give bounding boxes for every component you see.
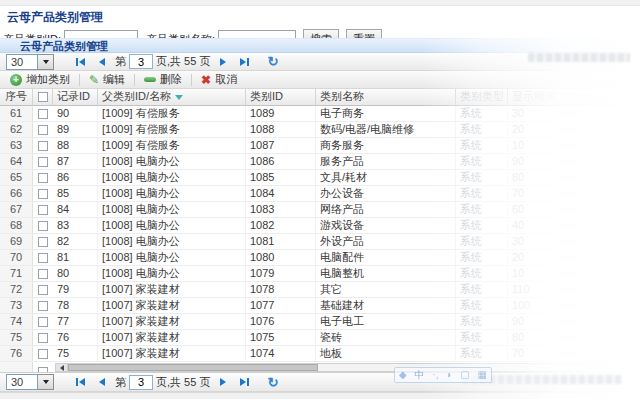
page-size-select[interactable]: 30 [6,54,54,70]
row-checkbox[interactable] [38,237,48,247]
ime-chinese-mode-icon[interactable]: 中 [414,368,424,382]
table-row[interactable]: 6190[1009] 有偿服务1089电子商务系统30 [0,106,640,122]
table-row[interactable]: 7180[1008] 电脑办公1079电脑整机系统10 [0,266,640,282]
table-row[interactable]: 6487[1008] 电脑办公1086服务产品系统90 [0,154,640,170]
row-checkbox-cell[interactable] [33,202,53,217]
table-row[interactable]: 6289[1009] 有偿服务1088数码/电器/电脑维修系统20 [0,122,640,138]
row-checkbox-cell[interactable] [33,122,53,137]
row-checkbox-cell[interactable] [33,234,53,249]
first-page-button[interactable] [75,58,85,66]
row-checkbox[interactable] [38,205,48,215]
parent-category-cell: [1008] 电脑办公 [98,154,246,169]
row-checkbox[interactable] [38,253,48,263]
last-page-button[interactable] [240,58,250,66]
table-row[interactable]: 7576[1007] 家装建材1075瓷砖系统80 [0,330,640,346]
ime-fullwidth-moon-icon[interactable]: ◗ [446,368,452,382]
table-row[interactable]: 6784[1008] 电脑办公1083网络产品系统60 [0,202,640,218]
next-page-button[interactable] [220,378,226,386]
display-order-cell: 20 [508,122,556,137]
grid-body: 6190[1009] 有偿服务1089电子商务系统306289[1009] 有偿… [0,106,640,362]
grid-panel: 云母产品类别管理 30 第 页,共 55 页 ↻ + 增加类别 ✎ [0,38,640,400]
row-checkbox[interactable] [38,301,48,311]
row-checkbox[interactable] [38,189,48,199]
prev-page-button[interactable] [99,378,105,386]
page-size-select-bottom[interactable]: 30 [6,374,54,390]
row-checkbox[interactable] [38,125,48,135]
ime-punctuation-icon[interactable]: ·, [432,368,438,382]
current-page-input[interactable] [129,375,153,390]
row-checkbox[interactable] [38,221,48,231]
current-page-input[interactable] [129,54,153,69]
row-checkbox-cell[interactable] [33,250,53,265]
illegible-faded-text [560,255,576,261]
table-row[interactable]: 6982[1008] 电脑办公1081外设产品系统30 [0,234,640,250]
row-checkbox-cell[interactable] [33,298,53,313]
cancel-button[interactable]: ✖ 取消 [201,72,237,87]
table-row[interactable]: 7279[1007] 家装建材1078其它系统110 [0,282,640,298]
ime-panel-icon[interactable]: ▢ [460,368,469,382]
ime-keyboard-icon[interactable]: ▦ [478,368,487,382]
row-checkbox[interactable] [38,157,48,167]
header-category-type[interactable]: 类别类型 [456,89,508,106]
add-category-button[interactable]: + 增加类别 [10,72,70,87]
scrollbar-thumb[interactable] [68,364,318,371]
row-checkbox-cell[interactable] [33,314,53,329]
last-page-button[interactable] [240,378,250,386]
illegible-faded-text [560,351,576,357]
table-row[interactable]: 7081[1008] 电脑办公1080电脑配件系统20 [0,250,640,266]
ime-toolbar[interactable]: ◆ 中 ·, ◗ ▢ ▦ [394,367,492,383]
prev-page-icon [99,58,105,66]
select-all-checkbox[interactable] [38,92,48,102]
row-checkbox-cell[interactable] [33,106,53,121]
row-checkbox-cell[interactable] [33,138,53,153]
table-row[interactable]: 7378[1007] 家装建材1077基础建材系统100 [0,298,640,314]
row-checkbox[interactable] [38,333,48,343]
ime-logo-icon[interactable]: ◆ [399,368,407,382]
row-checkbox-cell[interactable] [33,218,53,233]
next-page-button[interactable] [220,58,226,66]
table-row[interactable]: 6388[1009] 有偿服务1087商务服务系统10 [0,138,640,154]
row-checkbox-cell[interactable] [33,282,53,297]
header-seq[interactable]: 序号 [0,89,33,106]
table-row[interactable]: 7477[1007] 家装建材1076电子电工系统90 [0,314,640,330]
scroll-left-button[interactable] [56,364,68,371]
row-checkbox[interactable] [38,173,48,183]
display-order-cell: 60 [508,202,556,217]
prev-page-button[interactable] [99,58,105,66]
header-category-id[interactable]: 类别ID [246,89,316,106]
row-checkbox-cell[interactable] [33,170,53,185]
row-checkbox-cell[interactable] [33,346,53,361]
row-checkbox[interactable] [38,269,48,279]
delete-button[interactable]: 删除 [144,72,182,87]
category-id-cell: 1078 [246,282,316,297]
row-checkbox[interactable] [38,109,48,119]
illegible-faded-text [560,127,576,133]
header-category-name[interactable]: 类别名称 [316,89,456,106]
category-id-cell: 1080 [246,250,316,265]
table-row[interactable]: 6586[1008] 电脑办公1085文具/耗材系统80 [0,170,640,186]
row-checkbox-cell[interactable] [33,330,53,345]
header-record-id[interactable]: 记录ID [53,89,98,106]
edit-button[interactable]: ✎ 编辑 [89,72,125,87]
row-checkbox-cell[interactable] [33,266,53,281]
row-checkbox-cell[interactable] [33,154,53,169]
refresh-icon[interactable]: ↻ [267,376,278,389]
combo-dropdown-button[interactable] [38,54,54,70]
table-row[interactable]: 6685[1008] 电脑办公1084办公设备系统70 [0,186,640,202]
combo-dropdown-button[interactable] [38,374,54,390]
first-page-button[interactable] [75,378,85,386]
refresh-icon[interactable]: ↻ [267,55,278,68]
category-name-cell: 电子电工 [316,314,456,329]
table-row[interactable]: 6883[1008] 电脑办公1082游戏设备系统40 [0,218,640,234]
table-row[interactable]: 7675[1007] 家装建材1074地板系统70 [0,346,640,362]
row-checkbox[interactable] [38,141,48,151]
row-checkbox[interactable] [38,349,48,359]
row-checkbox[interactable] [38,285,48,295]
header-parent-category[interactable]: 父类别ID/名称 [98,89,246,106]
header-display-order[interactable]: 显示顺序 [508,89,556,106]
horizontal-scrollbar[interactable] [55,363,625,372]
row-checkbox-cell[interactable] [33,186,53,201]
header-checkbox-cell[interactable] [33,89,53,106]
category-type-cell: 系统 [456,170,508,185]
row-checkbox[interactable] [38,317,48,327]
